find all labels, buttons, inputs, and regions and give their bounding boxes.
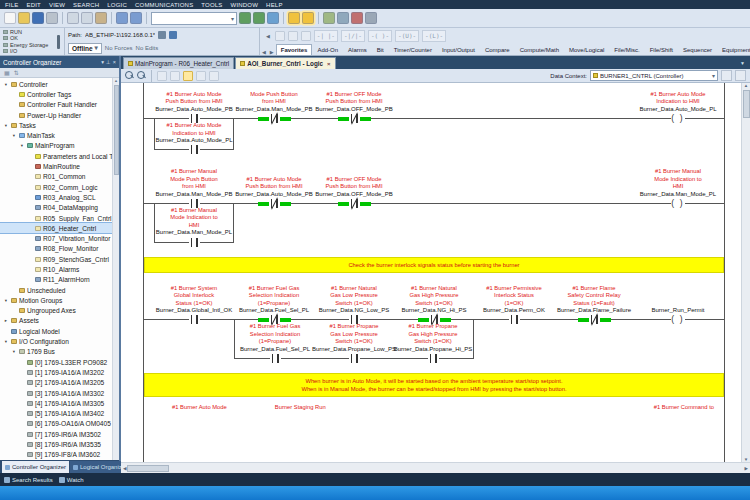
palette-tab-favorites[interactable]: Favorites: [276, 44, 313, 55]
new-branch-icon[interactable]: [288, 31, 298, 41]
palette-tab-inputoutput[interactable]: Input/Output: [437, 44, 480, 55]
forces-status[interactable]: No Forces: [105, 45, 133, 51]
redo-icon[interactable]: [130, 12, 142, 24]
cut-icon[interactable]: [67, 12, 79, 24]
sort-icon[interactable]: ⇅: [14, 69, 19, 76]
tree-item[interactable]: ▾Motion Groups: [0, 295, 119, 305]
edit-rung-icon[interactable]: [170, 71, 180, 81]
tree-item[interactable]: R02_Comm_Logic: [0, 182, 119, 192]
ladder-contact[interactable]: Mode Push Button from HMIBurner_Data.Man…: [236, 91, 312, 124]
tree-expander-icon[interactable]: ▾: [11, 349, 17, 354]
close-icon[interactable]: ×: [113, 59, 116, 65]
save-icon[interactable]: [32, 12, 44, 24]
browse-tag-button[interactable]: [735, 70, 746, 81]
tab-overflow-icon[interactable]: ▼: [737, 60, 748, 66]
show-tag-desc-icon[interactable]: [183, 71, 193, 81]
open-icon[interactable]: [18, 12, 30, 24]
close-icon[interactable]: ×: [327, 61, 331, 67]
path-value[interactable]: AB_ETHIP-1\192.168.0.1*: [85, 32, 155, 38]
ladder-contact[interactable]: #1 Burner Flame Safety Control Relay Sta…: [556, 285, 632, 326]
palette-tab-addon[interactable]: Add-On: [312, 44, 343, 55]
paste-icon[interactable]: [95, 12, 107, 24]
data-context-combo[interactable]: BURNER1_CNTRL (Controller) ▾: [590, 70, 718, 81]
palette-tab-right-icon[interactable]: ▶: [268, 49, 276, 55]
ladder-contact[interactable]: #1 Burner Manual Mode Indication to HMIB…: [156, 207, 232, 248]
tree-item[interactable]: [2] 1769-IA16/A IM3205: [0, 378, 119, 388]
edits-status[interactable]: No Edits: [136, 45, 159, 51]
copy-icon[interactable]: [81, 12, 93, 24]
output-tab-searchresults[interactable]: Search Results: [4, 477, 53, 483]
tree-item[interactable]: ▾MainTask: [0, 130, 119, 140]
menu-item-search[interactable]: SEARCH: [73, 2, 99, 8]
doc-tab[interactable]: MainProgram - R06_Heater_Cntrl: [123, 57, 234, 69]
browse-logic-icon[interactable]: [157, 71, 167, 81]
filter-icon[interactable]: ▦: [4, 69, 10, 76]
scroll-right-icon[interactable]: ▶: [745, 466, 748, 471]
scroll-up-icon[interactable]: ▲: [744, 83, 748, 88]
ladder-contact[interactable]: #1 Burner OFF Mode Push Button from HMIB…: [316, 91, 392, 124]
tree-expander-icon[interactable]: ▾: [3, 82, 9, 87]
grid-icon[interactable]: [209, 71, 219, 81]
palette-tab-timercounter[interactable]: Timer/Counter: [389, 44, 437, 55]
tree-item[interactable]: [9] 1769-IF8/A IM3602: [0, 450, 119, 460]
tree-expander-icon[interactable]: ▾: [3, 123, 9, 128]
tree-item[interactable]: [5] 1769-IA16/A IM3402: [0, 409, 119, 419]
ladder-coil[interactable]: Burner_Run_Permit( ): [640, 307, 716, 325]
network-browse-icon[interactable]: [169, 31, 177, 39]
xic-contact-button[interactable]: -| |-: [314, 30, 338, 42]
undo-icon[interactable]: [116, 12, 128, 24]
scroll-up-icon[interactable]: ▲: [114, 78, 118, 83]
ladder-vertical-scrollbar[interactable]: ▲ ▼: [741, 83, 750, 462]
tree-expander-icon[interactable]: ▾: [3, 339, 9, 344]
otu-coil-button[interactable]: -(U)-: [395, 30, 419, 42]
otl-coil-button[interactable]: -(L)-: [422, 30, 446, 42]
print-icon[interactable]: [46, 12, 58, 24]
ote-coil-button[interactable]: -( )-: [368, 30, 392, 42]
ladder-coil[interactable]: #1 Burner Auto Mode Indication to HMIBur…: [640, 91, 716, 124]
chevron-down-icon[interactable]: ▾: [101, 59, 104, 65]
errors-icon[interactable]: [351, 12, 363, 24]
help-icon[interactable]: [365, 12, 377, 24]
tree-item[interactable]: ▸Assets: [0, 316, 119, 326]
ladder-contact[interactable]: #1 Burner Manual Mode Push Button from H…: [156, 168, 232, 209]
scroll-thumb[interactable]: [743, 90, 750, 118]
new-rung-icon[interactable]: [275, 31, 285, 41]
ladder-rung[interactable]: 2#1 Burner Manual Mode Push Button from …: [144, 160, 724, 252]
tree-item[interactable]: ▾1769 Bus: [0, 347, 119, 357]
tree-item[interactable]: Ungrouped Axes: [0, 306, 119, 316]
menu-item-file[interactable]: FILE: [5, 2, 18, 8]
output-tab-watch[interactable]: Watch: [59, 477, 84, 483]
tree-item[interactable]: [3] 1769-IA16/A IM3302: [0, 388, 119, 398]
palette-tab-bit[interactable]: Bit: [372, 44, 389, 55]
tree-expander-icon[interactable]: ▾: [11, 133, 17, 138]
rung-branch[interactable]: #1 Burner Fuel Gas Selection Indication …: [234, 320, 474, 364]
ladder-contact[interactable]: #1 Burner Natural Gas High Pressure Swit…: [396, 285, 472, 326]
ladder-rung[interactable]: 1#1 Burner Auto Mode Push Button from HM…: [144, 83, 724, 160]
new-file-icon[interactable]: [4, 12, 16, 24]
tree-item[interactable]: ▾I/O Configuration: [0, 336, 119, 346]
menu-item-communications[interactable]: COMMUNICATIONS: [135, 2, 193, 8]
tree-item[interactable]: Controller Tags: [0, 89, 119, 99]
search-logic-icon[interactable]: [267, 12, 279, 24]
tree-item[interactable]: [4] 1769-IA16/A IM3305: [0, 398, 119, 408]
tree-item[interactable]: [8] 1769-IR6/A IM3535: [0, 439, 119, 449]
panel-tab-controllerorganizer[interactable]: Controller Organizer: [2, 461, 69, 473]
tree-item[interactable]: Logical Model: [0, 326, 119, 336]
quick-search-combo[interactable]: ▾: [151, 12, 237, 25]
palette-tab-filemisc[interactable]: File/Misc.: [609, 44, 644, 55]
ladder-contact[interactable]: #1 Burner Fuel Gas Selection Indication …: [237, 323, 313, 364]
tree-item[interactable]: Parameters and Local Tags: [0, 151, 119, 161]
tree-item[interactable]: [1] 1769-IA16/A IM3202: [0, 367, 119, 377]
rung-branch[interactable]: #1 Burner Manual Mode Indication to HMIB…: [154, 204, 234, 248]
find-back-icon[interactable]: [253, 12, 265, 24]
verify-controller-icon[interactable]: [337, 12, 349, 24]
menu-item-tools[interactable]: TOOLS: [201, 2, 222, 8]
palette-tab-equipmentphase[interactable]: Equipment Phase: [717, 44, 750, 55]
scroll-thumb[interactable]: [114, 85, 119, 175]
ladder-horizontal-scrollbar[interactable]: ◀ ▶: [121, 462, 750, 473]
tree-item[interactable]: R05_Supply_Fan_Cntrl: [0, 213, 119, 223]
tree-item[interactable]: ▾Tasks: [0, 120, 119, 130]
tree-item[interactable]: ▾Controller: [0, 79, 119, 89]
ladder-rung-partial[interactable]: #1 Burner Auto ModeBurner Staging Run#1 …: [144, 401, 724, 410]
tree-expander-icon[interactable]: ▾: [3, 298, 9, 303]
